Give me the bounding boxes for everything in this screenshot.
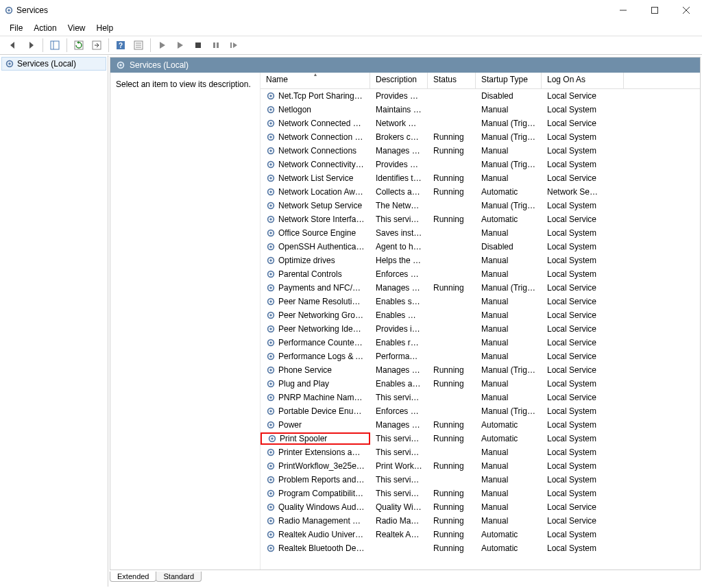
menu-view[interactable]: View — [62, 22, 91, 34]
menu-help[interactable]: Help — [91, 22, 119, 34]
back-button[interactable] — [5, 38, 21, 53]
svg-rect-19 — [230, 42, 232, 48]
services-list[interactable]: Name Description Status Startup Type Log… — [260, 73, 700, 569]
stop-service-button[interactable] — [191, 38, 206, 53]
service-name-cell: Network Setup Service — [261, 201, 370, 210]
service-row[interactable]: Payments and NFC/SE Mana…Manages pa…Runn… — [261, 281, 700, 295]
service-row[interactable]: Quality Windows Audio Vid…Quality Win…Ru… — [261, 500, 700, 514]
service-name: Office Source Engine — [278, 228, 365, 238]
details-pane-title: Services (Local) — [130, 60, 189, 70]
service-startup-type: Manual — [476, 173, 542, 183]
column-header-description[interactable]: Description — [370, 73, 428, 88]
service-row[interactable]: PowerManages po…RunningAutomaticLocal Sy… — [261, 418, 700, 432]
service-icon — [266, 173, 276, 183]
service-name-cell: Performance Counter DLL H… — [261, 338, 370, 347]
menu-file[interactable]: File — [4, 22, 28, 34]
service-row[interactable]: NetlogonMaintains a …ManualLocal System — [261, 103, 700, 117]
service-row[interactable]: Office Source EngineSaves install…Manual… — [261, 226, 700, 240]
service-row[interactable]: Program Compatibility Assis…This service… — [261, 487, 700, 500]
service-row[interactable]: PNRP Machine Name Public…This service …M… — [261, 391, 700, 404]
tab-standard[interactable]: Standard — [156, 572, 202, 582]
service-row[interactable]: Network List ServiceIdentifies th…Runnin… — [261, 171, 700, 185]
service-row[interactable]: Network Connected Devices …Network Co…Ma… — [261, 117, 700, 130]
service-status: Running — [428, 187, 476, 197]
show-hide-tree-button[interactable] — [47, 38, 62, 53]
service-row[interactable]: OpenSSH Authentication Ag…Agent to hol…D… — [261, 240, 700, 254]
service-row[interactable]: Network Connectivity Assist…Provides Dir… — [261, 158, 700, 171]
service-startup-type: Manual — [476, 516, 542, 526]
details-pane: Services (Local) Select an item to view … — [110, 57, 701, 570]
service-icon — [266, 146, 276, 156]
service-description: Enables serv… — [370, 297, 428, 306]
service-description: Manages pa… — [370, 283, 428, 293]
service-name: Realtek Bluetooth Device M… — [278, 543, 365, 553]
tab-extended[interactable]: Extended — [110, 572, 156, 582]
close-button[interactable] — [670, 0, 702, 21]
service-row[interactable]: Network Connection BrokerBrokers con…Run… — [261, 130, 700, 144]
start-service-alt-button[interactable] — [173, 38, 188, 53]
svg-point-81 — [269, 478, 272, 481]
service-icon — [266, 530, 276, 539]
service-description: Agent to hol… — [370, 242, 428, 252]
minimize-button[interactable] — [607, 0, 639, 21]
service-row[interactable]: Network Location AwarenessCollects and …… — [261, 185, 700, 199]
service-description: Provides Dir… — [370, 160, 428, 169]
service-row[interactable]: Performance Logs & AlertsPerformance…Man… — [261, 350, 700, 363]
service-row[interactable]: Phone ServiceManages th…RunningManual (T… — [261, 363, 700, 377]
menu-action[interactable]: Action — [28, 22, 62, 34]
column-header-log-on-as[interactable]: Log On As — [542, 73, 624, 88]
service-row[interactable]: PrintWorkflow_3e25e12Print Workfl…Runnin… — [261, 459, 700, 473]
service-startup-type: Manual — [476, 338, 542, 347]
tree-pane[interactable]: Services (Local) — [0, 56, 108, 587]
service-row[interactable]: Peer Networking GroupingEnables mul…Manu… — [261, 308, 700, 322]
service-row[interactable]: Portable Device Enumerator …Enforces gro… — [261, 404, 700, 418]
service-row[interactable]: Plug and PlayEnables a co…RunningManualL… — [261, 377, 700, 391]
column-header-name[interactable]: Name — [261, 73, 370, 88]
service-row[interactable]: Peer Name Resolution Proto…Enables serv…… — [261, 295, 700, 308]
service-row[interactable]: Net.Tcp Port Sharing ServiceProvides abi… — [261, 89, 700, 103]
tree-item-services-local[interactable]: Services (Local) — [1, 57, 106, 71]
service-row[interactable]: Network Store Interface Serv…This servic… — [261, 212, 700, 226]
column-header-startup-type[interactable]: Startup Type — [476, 73, 542, 88]
service-row[interactable]: Parental ControlsEnforces par…ManualLoca… — [261, 267, 700, 281]
forward-button[interactable] — [23, 38, 38, 53]
service-row[interactable]: Peer Networking Identity M…Provides ide…… — [261, 322, 700, 336]
service-name: Netlogon — [278, 105, 365, 114]
svg-point-45 — [269, 232, 272, 234]
start-service-button[interactable] — [155, 38, 170, 53]
pause-service-button[interactable] — [208, 38, 223, 53]
restart-service-button[interactable] — [226, 38, 241, 53]
svg-point-73 — [269, 424, 272, 426]
export-list-button[interactable] — [89, 38, 104, 53]
service-row[interactable]: Problem Reports and Soluti…This service … — [261, 473, 700, 487]
service-icon — [266, 228, 276, 238]
service-name: Parental Controls — [278, 269, 365, 279]
service-icon — [266, 215, 276, 224]
service-row[interactable]: Printer Extensions and Notifi…This servi… — [261, 445, 700, 459]
service-name-cell: Radio Management Service — [261, 516, 370, 526]
view-tabs: Extended Standard — [110, 572, 701, 585]
service-startup-type: Manual — [476, 461, 542, 471]
service-row[interactable]: Optimize drivesHelps the co…ManualLocal … — [261, 254, 700, 267]
service-description: This service … — [370, 393, 428, 402]
service-description: Manages ob… — [370, 146, 428, 156]
service-description: This service … — [370, 448, 428, 457]
column-header-status[interactable]: Status — [428, 73, 476, 88]
service-row[interactable]: Radio Management ServiceRadio Mana…Runni… — [261, 514, 700, 528]
maximize-button[interactable] — [639, 0, 670, 21]
service-row[interactable]: Realtek Audio Universal Serv…Realtek Aud… — [261, 528, 700, 541]
service-name-cell: PrintWorkflow_3e25e12 — [261, 461, 370, 471]
service-row[interactable]: Print SpoolerThis service …RunningAutoma… — [261, 432, 700, 445]
service-row[interactable]: Network Setup ServiceThe Network…Manual … — [261, 199, 700, 212]
list-header: Name Description Status Startup Type Log… — [261, 73, 700, 89]
service-name: Peer Name Resolution Proto… — [278, 297, 365, 306]
service-row[interactable]: Performance Counter DLL H…Enables rem…Ma… — [261, 336, 700, 350]
refresh-button[interactable] — [71, 38, 86, 53]
service-name: Network Setup Service — [278, 201, 365, 210]
svg-point-71 — [269, 410, 272, 413]
service-row[interactable]: Network ConnectionsManages ob…RunningMan… — [261, 144, 700, 158]
properties-button[interactable] — [131, 38, 146, 53]
service-name: Phone Service — [278, 365, 365, 375]
help-button[interactable]: ? — [113, 38, 128, 53]
service-row[interactable]: Realtek Bluetooth Device M…RunningAutoma… — [261, 541, 700, 555]
